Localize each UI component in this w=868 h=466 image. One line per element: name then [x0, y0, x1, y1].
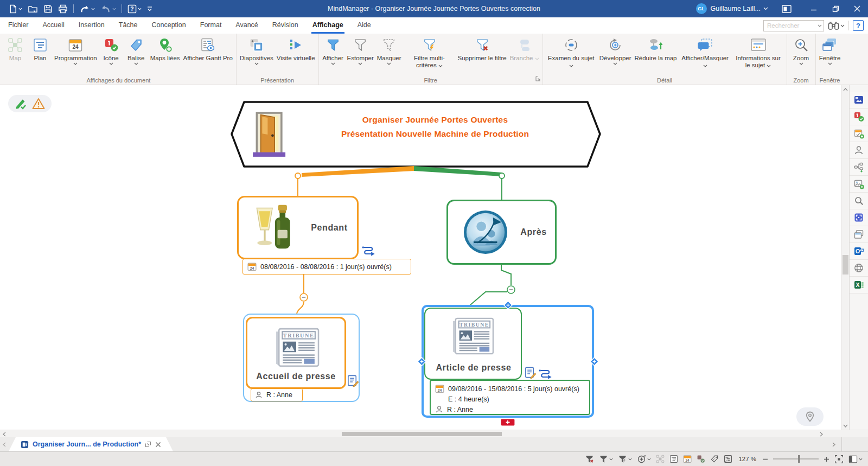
- topic-pendant[interactable]: Pendant: [237, 196, 359, 259]
- scroll-up-button[interactable]: [841, 85, 850, 93]
- status-gantt-view-button[interactable]: [724, 454, 732, 464]
- search-input[interactable]: [767, 22, 818, 29]
- visite-virtuelle-button[interactable]: Visite virtuelle: [275, 35, 317, 62]
- sidebar-excel-button[interactable]: X: [850, 277, 868, 293]
- supprimer-le-filtre-button[interactable]: Supprimer le filtre: [456, 35, 508, 62]
- map-view-button[interactable]: Map: [3, 35, 28, 62]
- menu-tab-revision[interactable]: Révision: [265, 17, 305, 34]
- filter-dialog-launcher[interactable]: [535, 74, 541, 84]
- programmation-view-button[interactable]: 24 Programmation: [53, 35, 99, 65]
- selection-handle-right[interactable]: [590, 357, 599, 366]
- status-schedule-view-button[interactable]: [683, 454, 692, 464]
- find-button[interactable]: [828, 21, 845, 30]
- pendant-task-card[interactable]: 08/08/2016 - 08/08/2016 : 1 jour(s) ouvr…: [242, 259, 411, 275]
- zoom-in-button[interactable]: [824, 454, 829, 464]
- estomper-filter-button[interactable]: Estomper: [346, 35, 375, 65]
- sidebar-resources-button[interactable]: [850, 142, 868, 159]
- afficher-gantt-pro-button[interactable]: Afficher Gantt Pro: [182, 35, 234, 62]
- open-button[interactable]: [25, 2, 41, 16]
- menu-tab-format[interactable]: Format: [193, 17, 229, 34]
- sidebar-markers-button[interactable]: [850, 108, 868, 125]
- central-topic[interactable]: Organiser Journée Portes Ouvertes Présen…: [232, 102, 601, 167]
- save-button[interactable]: [41, 2, 55, 16]
- topic-apres[interactable]: Après: [446, 200, 557, 265]
- sidebar-outlook-button[interactable]: O: [850, 243, 868, 260]
- zoom-out-button[interactable]: [762, 454, 768, 464]
- user-avatar[interactable]: GL: [696, 3, 707, 14]
- status-filter-button[interactable]: [599, 454, 613, 464]
- display-settings-button[interactable]: [776, 0, 797, 17]
- customize-quick-access-button[interactable]: [144, 2, 155, 16]
- relationship-icon[interactable]: [538, 368, 552, 380]
- fenetre-button[interactable]: Fenêtre: [818, 35, 843, 65]
- status-walkthrough-button[interactable]: [637, 454, 651, 464]
- sidebar-snapshot-button[interactable]: [850, 209, 868, 226]
- sidebar-images-button[interactable]: [850, 176, 868, 193]
- zoom-button[interactable]: Zoom: [789, 35, 814, 65]
- icone-view-button[interactable]: Icône: [99, 35, 124, 65]
- filtre-multi-criteres-button[interactable]: Filtre multi-critères: [403, 35, 456, 69]
- tab-scroll-left-button[interactable]: [0, 437, 9, 451]
- afficher-masquer-button[interactable]: Afficher/Masquer: [679, 35, 732, 69]
- scroll-left-button[interactable]: [0, 430, 8, 438]
- menu-tab-conception[interactable]: Conception: [145, 17, 193, 34]
- informations-sur-le-sujet-button[interactable]: Informations sur le sujet: [732, 35, 785, 69]
- float-tab-icon[interactable]: [145, 441, 151, 448]
- menu-tab-avance[interactable]: Avancé: [228, 17, 265, 34]
- examen-du-sujet-button[interactable]: Examen du sujet: [545, 35, 598, 69]
- scroll-right-button[interactable]: [817, 430, 825, 438]
- zoom-slider[interactable]: [773, 455, 819, 463]
- developper-button[interactable]: Développer: [598, 35, 633, 65]
- edit-valid-icon[interactable]: [15, 98, 28, 110]
- notes-icon[interactable]: [347, 374, 359, 387]
- status-tags-view-button[interactable]: [710, 454, 719, 464]
- masquer-filter-button[interactable]: Masquer: [375, 35, 403, 65]
- branche-filter-button[interactable]: Branche: [508, 35, 541, 62]
- sidebar-search-button[interactable]: [850, 193, 868, 209]
- restore-button[interactable]: [825, 0, 846, 17]
- print-button[interactable]: [55, 2, 71, 16]
- chevron-down-icon[interactable]: [818, 24, 822, 27]
- scroll-down-button[interactable]: [841, 422, 850, 430]
- sidebar-web-button[interactable]: [850, 260, 868, 277]
- status-remove-filter-button[interactable]: [585, 454, 594, 464]
- status-map-view-button[interactable]: [656, 454, 665, 464]
- horizontal-scroll-thumb[interactable]: [342, 432, 502, 436]
- menu-tab-aide[interactable]: Aide: [350, 17, 378, 34]
- relationship-icon[interactable]: [361, 245, 375, 257]
- user-name[interactable]: Guillaume Laill...: [711, 5, 761, 12]
- sidebar-map-parts-button[interactable]: [850, 159, 868, 176]
- map-canvas[interactable]: Organiser Journée Portes Ouvertes Présen…: [0, 85, 841, 430]
- redo-button[interactable]: [98, 2, 119, 16]
- close-button[interactable]: [846, 0, 868, 17]
- diapositives-button[interactable]: Diapositives: [238, 35, 275, 65]
- menu-tab-tache[interactable]: Tâche: [112, 17, 145, 34]
- reduire-la-map-button[interactable]: Réduire la map: [633, 35, 679, 62]
- sidebar-library-button[interactable]: [850, 92, 868, 108]
- warning-icon[interactable]: [32, 98, 45, 110]
- vertical-scrollbar[interactable]: [841, 85, 849, 430]
- vertical-scroll-thumb[interactable]: [843, 255, 848, 275]
- sidebar-task-info-button[interactable]: [850, 125, 868, 142]
- chevron-down-icon[interactable]: [763, 7, 768, 10]
- maps-liees-button[interactable]: Maps liées: [149, 35, 182, 62]
- menu-tab-fichier[interactable]: Fichier: [1, 17, 36, 34]
- menu-tab-affichage[interactable]: Affichage: [305, 17, 350, 34]
- collapse-button-pendant[interactable]: [299, 293, 308, 302]
- selection-handle-left[interactable]: [417, 357, 426, 366]
- article-task-card[interactable]: 09/08/2016 - 15/08/2016 : 5 jour(s) ouvr…: [430, 380, 590, 415]
- notes-icon[interactable]: [524, 366, 537, 379]
- panels-button[interactable]: [848, 454, 863, 464]
- add-subtopic-button[interactable]: [500, 418, 515, 427]
- status-outline-view-button[interactable]: [669, 454, 678, 464]
- accueil-resource-card[interactable]: R : Anne: [251, 388, 303, 401]
- tab-scroll-right-button[interactable]: [829, 437, 838, 451]
- ribbon-help-button[interactable]: ?: [853, 20, 864, 31]
- status-icons-view-button[interactable]: [697, 454, 705, 464]
- undo-button[interactable]: [76, 2, 98, 16]
- minimize-button[interactable]: [803, 0, 825, 17]
- horizontal-scrollbar[interactable]: [0, 430, 868, 437]
- zoom-slider-handle[interactable]: [798, 455, 800, 463]
- afficher-filter-button[interactable]: Afficher: [321, 35, 346, 65]
- close-tab-icon[interactable]: [155, 442, 161, 448]
